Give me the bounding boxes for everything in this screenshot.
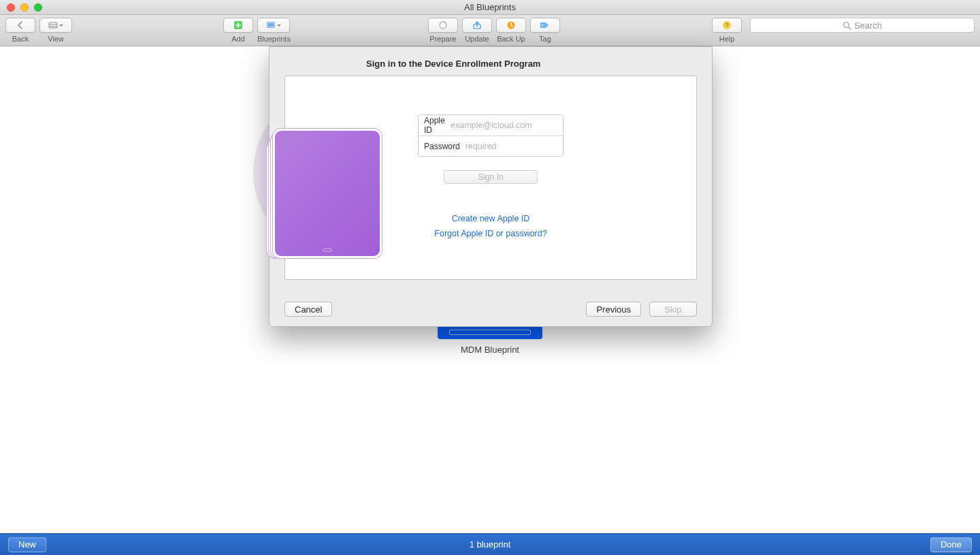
back-label: Back: [12, 35, 29, 43]
svg-point-9: [542, 25, 543, 26]
backup-button[interactable]: [496, 18, 526, 33]
window-title: All Blueprints: [0, 2, 980, 12]
add-button[interactable]: [223, 18, 253, 33]
status-text: 1 blueprint: [0, 539, 980, 550]
help-button[interactable]: ?: [712, 18, 742, 33]
svg-text:?: ?: [725, 22, 728, 29]
window-controls: [7, 3, 42, 12]
new-button[interactable]: New: [8, 537, 46, 552]
tag-label: Tag: [539, 35, 551, 43]
close-window-icon[interactable]: [7, 3, 15, 12]
cancel-button[interactable]: Cancel: [284, 302, 332, 317]
skip-button[interactable]: Skip: [649, 302, 697, 317]
signin-button[interactable]: Sign In: [444, 170, 538, 184]
search-icon: [843, 21, 851, 30]
blueprint-label: MDM Blueprint: [461, 345, 519, 355]
appleid-label: Apple ID: [419, 115, 445, 136]
back-button[interactable]: [5, 18, 35, 33]
add-label: Add: [231, 35, 245, 43]
search-input[interactable]: Search: [750, 18, 975, 33]
login-form: Apple ID Password: [418, 114, 564, 157]
blueprints-button[interactable]: [257, 18, 290, 33]
previous-button[interactable]: Previous: [586, 302, 641, 317]
titlebar: All Blueprints: [0, 0, 980, 15]
update-button[interactable]: [462, 18, 492, 33]
done-button[interactable]: Done: [930, 537, 972, 552]
prepare-button[interactable]: [428, 18, 458, 33]
blueprints-label: Blueprints: [257, 35, 291, 43]
minimize-window-icon[interactable]: [20, 3, 29, 12]
content-area: MDM Blueprint Sign in to the Device Enro…: [0, 46, 980, 533]
tag-button[interactable]: [530, 18, 560, 33]
create-appleid-link[interactable]: Create new Apple ID: [452, 214, 530, 223]
update-label: Update: [465, 35, 489, 43]
help-label: Help: [719, 35, 735, 43]
backup-label: Back Up: [497, 35, 525, 43]
password-label: Password: [419, 136, 460, 156]
zoom-window-icon[interactable]: [34, 3, 42, 12]
toolbar: Back View Add: [0, 15, 980, 46]
password-input[interactable]: [460, 136, 564, 156]
forgot-appleid-link[interactable]: Forgot Apple ID or password?: [434, 229, 546, 238]
view-button[interactable]: [39, 18, 72, 33]
sheet-heading: Sign in to the Device Enrollment Program: [270, 47, 712, 76]
blueprint-item[interactable]: MDM Blueprint: [437, 326, 543, 355]
blueprint-icon: [438, 326, 542, 339]
svg-line-13: [848, 27, 851, 29]
prepare-label: Prepare: [429, 35, 456, 43]
view-label: View: [48, 35, 64, 43]
appleid-input[interactable]: [445, 115, 563, 136]
svg-rect-0: [49, 22, 57, 28]
search-placeholder: Search: [854, 20, 882, 31]
bottom-bar: New 1 blueprint Done: [0, 533, 980, 555]
